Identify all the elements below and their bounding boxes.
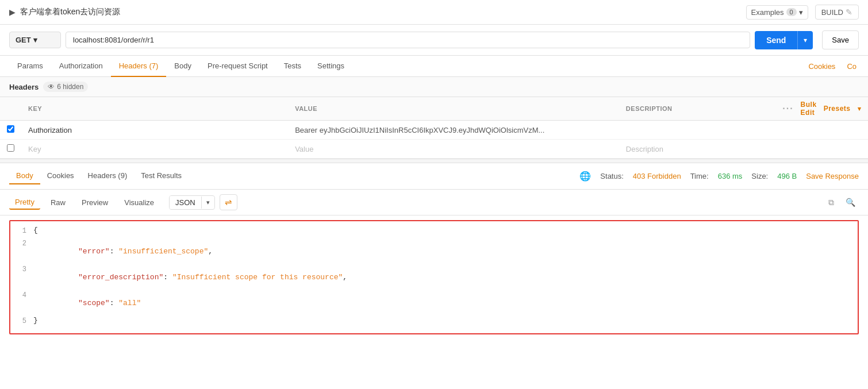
row-desc-cell	[619, 121, 775, 140]
send-button[interactable]: Send	[755, 31, 797, 49]
chevron-down-icon: ▾	[799, 8, 803, 17]
col-value: VALUE	[288, 97, 619, 121]
expand-icon[interactable]: ▶	[9, 7, 16, 17]
edit-icon: ✎	[846, 7, 852, 17]
format-tab-raw[interactable]: Raw	[45, 196, 71, 209]
row-key-text: Authorization	[28, 126, 72, 134]
tab-right-links: Cookies Co	[806, 56, 859, 76]
top-bar: ▶ 客户端拿着token去访问资源 Examples 0 ▾ BUILD ✎	[0, 0, 868, 25]
headers-table: KEY VALUE DESCRIPTION ··· Bulk Edit Pres…	[0, 97, 868, 159]
section-divider	[0, 159, 868, 163]
res-tab-cookies[interactable]: Cookies	[40, 168, 81, 184]
format-select-arrow[interactable]: ▾	[201, 197, 214, 209]
size-label: Size:	[751, 172, 768, 180]
response-status-area: 🌐 Status: 403 Forbidden Time: 636 ms Siz…	[579, 171, 859, 182]
examples-badge: 0	[786, 8, 797, 16]
row-desc-placeholder: Description	[626, 145, 663, 153]
tab-tests[interactable]: Tests	[276, 56, 309, 77]
row-key-cell-2[interactable]: Key	[21, 140, 288, 159]
res-tab-headers[interactable]: Headers (9)	[81, 168, 135, 184]
row-checkbox-2[interactable]	[7, 144, 14, 152]
url-bar: GET ▾ Send ▾ Save	[0, 25, 868, 56]
row-value-placeholder: Value	[295, 145, 313, 153]
row-actions-cell	[775, 121, 868, 140]
examples-button[interactable]: Examples 0 ▾	[746, 5, 808, 20]
examples-label: Examples	[751, 8, 784, 17]
search-button[interactable]: 🔍	[842, 197, 859, 208]
format-tab-preview[interactable]: Preview	[76, 196, 114, 209]
code-line-1: 1 {	[10, 226, 858, 238]
headers-section-title: Headers	[9, 83, 39, 91]
code-content: "scope": "all"	[33, 290, 858, 316]
col-actions: ··· Bulk Edit Presets ▾	[775, 97, 868, 121]
presets-button[interactable]: Presets	[824, 105, 851, 113]
line-number: 5	[10, 316, 33, 325]
hidden-label: 6 hidden	[57, 83, 83, 91]
code-line-3: 3 "error_description": "Insufficient sco…	[10, 264, 858, 290]
save-response-button[interactable]: Save Response	[806, 172, 859, 180]
more-options-button[interactable]: ···	[782, 103, 793, 114]
top-bar-left: ▶ 客户端拿着token去访问资源	[9, 7, 120, 17]
tab-authorization[interactable]: Authorization	[51, 56, 111, 77]
format-bar: Pretty Raw Preview Visualize JSON ▾ ⇌ ⧉ …	[0, 190, 868, 215]
save-button[interactable]: Save	[822, 30, 859, 49]
size-value: 496 B	[777, 172, 797, 180]
presets-chevron-icon: ▾	[858, 105, 862, 113]
table-row: Authorization Bearer eyJhbGciOiJIUzI1NiI…	[0, 121, 868, 140]
status-value: 403 Forbidden	[633, 172, 681, 180]
method-dropdown-icon: ▾	[33, 36, 37, 44]
line-number: 1	[10, 226, 33, 235]
row-checkbox-cell[interactable]	[0, 121, 21, 140]
format-tab-pretty[interactable]: Pretty	[9, 195, 40, 210]
tab-pre-request-script[interactable]: Pre-request Script	[199, 56, 276, 77]
code-content: {	[33, 226, 858, 234]
copy-button[interactable]: ⧉	[825, 197, 838, 209]
row-actions-cell-2	[775, 140, 868, 159]
code-content: "error": "insufficient_scope",	[33, 238, 858, 264]
method-select[interactable]: GET ▾	[9, 32, 61, 48]
request-title: 客户端拿着token去访问资源	[20, 7, 120, 17]
send-btn-group: Send ▾	[755, 31, 813, 49]
tab-settings[interactable]: Settings	[309, 56, 352, 77]
bulk-edit-button[interactable]: Bulk Edit	[801, 101, 817, 117]
send-dropdown-button[interactable]: ▾	[797, 31, 813, 49]
tab-params[interactable]: Params	[9, 56, 51, 77]
code-content: }	[33, 316, 858, 325]
time-value: 636 ms	[718, 172, 743, 180]
row-checkbox-cell-2[interactable]	[0, 140, 21, 159]
line-number: 2	[10, 238, 33, 248]
code-content: "error_description": "Insufficient scope…	[33, 264, 858, 290]
format-tab-visualize[interactable]: Visualize	[118, 196, 160, 209]
hidden-badge: 👁 6 hidden	[43, 82, 88, 92]
res-tab-body[interactable]: Body	[9, 168, 40, 184]
top-bar-right: Examples 0 ▾ BUILD ✎	[746, 5, 859, 20]
tab-body[interactable]: Body	[166, 56, 199, 77]
row-key-cell: Authorization	[21, 121, 288, 140]
code-line-5: 5 }	[10, 316, 858, 329]
row-checkbox[interactable]	[7, 125, 14, 133]
format-select-label: JSON	[170, 196, 201, 209]
status-label: Status:	[600, 172, 623, 180]
line-number: 4	[10, 290, 33, 299]
eye-icon: 👁	[48, 83, 55, 91]
time-label: Time:	[690, 172, 709, 180]
code-line-2: 2 "error": "insufficient_scope",	[10, 238, 858, 264]
url-input[interactable]	[66, 32, 750, 48]
line-number: 3	[10, 264, 33, 274]
co-link[interactable]: Co	[844, 56, 859, 76]
row-desc-cell-2[interactable]: Description	[619, 140, 775, 159]
cookies-link[interactable]: Cookies	[806, 56, 838, 76]
build-label: BUILD	[821, 8, 843, 17]
res-tab-test-results[interactable]: Test Results	[134, 168, 189, 184]
tab-headers[interactable]: Headers (7)	[111, 56, 167, 77]
build-button[interactable]: BUILD ✎	[815, 5, 859, 20]
wrap-button[interactable]: ⇌	[220, 194, 237, 210]
format-select-group[interactable]: JSON ▾	[169, 195, 215, 210]
row-value-text: Bearer eyJhbGciOiJIUzI1NiIsInR5cCI6IkpXV…	[295, 126, 544, 134]
headers-section-header: Headers 👁 6 hidden	[0, 77, 868, 97]
globe-icon: 🌐	[579, 171, 591, 182]
row-key-placeholder: Key	[28, 145, 41, 153]
col-description: DESCRIPTION	[619, 97, 775, 121]
table-row: Key Value Description	[0, 140, 868, 159]
row-value-cell-2[interactable]: Value	[288, 140, 619, 159]
